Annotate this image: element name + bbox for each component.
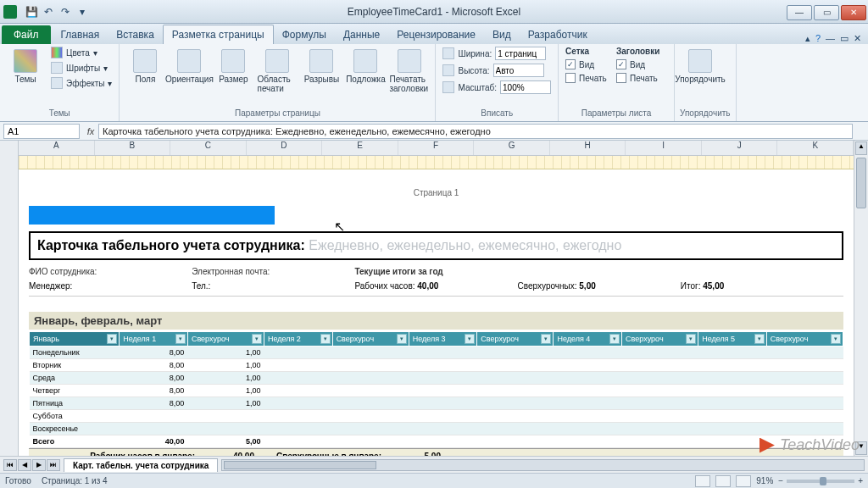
arrange-icon — [688, 49, 712, 73]
themes-button[interactable]: Темы — [5, 46, 46, 84]
tab-view[interactable]: Вид — [484, 25, 520, 44]
size-icon — [221, 49, 245, 73]
qat-more-icon[interactable]: ▾ — [75, 4, 90, 19]
vertical-scrollbar[interactable]: ▲ ▼ — [854, 141, 868, 456]
column-headers[interactable]: ABCDEFGHIJK — [19, 141, 854, 156]
view-normal-icon[interactable] — [695, 475, 710, 487]
arrange-button[interactable]: Упорядочить — [680, 46, 721, 84]
table-row: Воскресенье — [30, 423, 843, 435]
zoom-in-icon[interactable]: + — [858, 476, 863, 485]
margins-button[interactable]: Поля — [125, 46, 165, 84]
group-sheet-options: Сетка ✓Вид Печать Заголовки ✓Вид Печать … — [559, 44, 675, 121]
width-icon — [442, 47, 454, 59]
file-tab[interactable]: Файл — [2, 25, 51, 44]
print-titles-button[interactable]: Печатать заголовки — [389, 46, 430, 93]
tab-formulas[interactable]: Формулы — [274, 25, 335, 44]
headings-print-check[interactable]: Печать — [615, 72, 669, 84]
gridlines-print-check[interactable]: Печать — [564, 72, 611, 84]
table-row: Суббота — [30, 410, 843, 423]
width-input[interactable] — [495, 47, 546, 60]
sheet-tab[interactable]: Карт. табельн. учета сотрудника — [64, 458, 218, 472]
status-bar: Готово Страница: 1 из 4 91% − + — [0, 473, 868, 488]
minimize-ribbon-icon[interactable]: ▴ — [805, 33, 810, 44]
name-box[interactable]: A1 — [3, 124, 80, 139]
tab-nav-last-icon[interactable]: ⏭ — [47, 459, 60, 471]
filter-icon[interactable]: ▾ — [107, 334, 117, 344]
filter-icon[interactable]: ▾ — [686, 334, 696, 344]
filter-icon[interactable]: ▾ — [831, 334, 841, 344]
help-icon[interactable]: ? — [815, 33, 821, 44]
effects-button[interactable]: Эффекты ▾ — [49, 76, 114, 90]
fonts-button[interactable]: Шрифты ▾ — [49, 61, 114, 75]
sheet-tab-bar: ⏮ ◀ ▶ ⏭ Карт. табельн. учета сотрудника — [0, 456, 868, 473]
ribbon-tabs: Файл Главная Вставка Разметка страницы Ф… — [0, 24, 868, 44]
hscroll-thumb[interactable] — [224, 461, 376, 469]
headings-view-check[interactable]: ✓Вид — [615, 58, 669, 70]
print-area-button[interactable]: Область печати — [257, 46, 298, 93]
zoom-value: 91% — [756, 476, 773, 485]
tab-page-layout[interactable]: Разметка страницы — [163, 25, 274, 44]
tab-review[interactable]: Рецензирование — [388, 25, 484, 44]
tab-nav-next-icon[interactable]: ▶ — [32, 459, 46, 471]
maximize-button[interactable]: ▭ — [814, 5, 839, 20]
height-input[interactable] — [493, 64, 544, 77]
zoom-out-icon[interactable]: − — [778, 476, 783, 485]
colors-button[interactable]: Цвета ▾ — [49, 46, 114, 59]
row-headers[interactable] — [0, 141, 19, 456]
filter-icon[interactable]: ▾ — [252, 334, 262, 344]
scroll-up-icon[interactable]: ▲ — [855, 141, 867, 155]
tab-developer[interactable]: Разработчик — [520, 25, 596, 44]
title-cell[interactable]: Карточка табельного учета сотрудника: Еж… — [29, 231, 843, 260]
width-spin[interactable]: Ширина: — [441, 46, 553, 61]
tab-insert[interactable]: Вставка — [108, 25, 163, 44]
tab-nav-prev-icon[interactable]: ◀ — [18, 459, 31, 471]
tab-home[interactable]: Главная — [53, 25, 108, 44]
save-icon[interactable]: 💾 — [24, 4, 39, 19]
orientation-button[interactable]: Ориентация — [169, 46, 209, 84]
doc-restore-icon[interactable]: ▭ — [840, 33, 849, 44]
minimize-button[interactable]: — — [787, 5, 812, 20]
filter-icon[interactable]: ▾ — [465, 334, 475, 344]
table-row: Четверг8,001,00 — [30, 385, 843, 397]
formula-input[interactable]: Карточка табельного учета сотрудника: Еж… — [98, 124, 853, 139]
table-row: Всего40,005,00 — [30, 435, 843, 448]
filter-icon[interactable]: ▾ — [320, 334, 331, 344]
background-button[interactable]: Подложка — [345, 46, 386, 84]
timecard-table[interactable]: Январь▾ Неделя 1▾ Сверхуроч▾ Неделя 2▾ С… — [29, 331, 843, 448]
filter-icon[interactable]: ▾ — [541, 334, 551, 344]
filter-icon[interactable]: ▾ — [754, 334, 765, 344]
fx-icon[interactable]: fx — [83, 126, 98, 136]
close-button[interactable]: ✕ — [841, 5, 866, 20]
gridlines-view-check[interactable]: ✓Вид — [564, 58, 611, 70]
redo-icon[interactable]: ↷ — [58, 4, 73, 19]
scroll-thumb[interactable] — [856, 158, 866, 208]
breaks-icon — [309, 49, 333, 73]
filter-icon[interactable]: ▾ — [397, 334, 407, 344]
grid[interactable]: ABCDEFGHIJK Страница 1 ↖ Карточка табель… — [19, 141, 854, 456]
colors-icon — [51, 47, 63, 58]
filter-icon[interactable]: ▾ — [609, 334, 620, 344]
tab-nav-first-icon[interactable]: ⏮ — [3, 459, 17, 471]
size-button[interactable]: Размер — [213, 46, 253, 84]
page-number-label: Страница 1 — [29, 188, 843, 197]
breaks-button[interactable]: Разрывы — [301, 46, 342, 84]
scale-spin[interactable]: Масштаб: — [441, 80, 553, 95]
table-row: Среда8,001,00 — [30, 372, 843, 385]
scale-input[interactable] — [500, 80, 551, 94]
horizontal-scrollbar[interactable] — [221, 459, 865, 471]
view-pagebreak-icon[interactable] — [736, 475, 751, 487]
quarter-section: Январь, февраль, март — [29, 312, 843, 330]
undo-icon[interactable]: ↶ — [41, 4, 56, 19]
doc-close-icon[interactable]: ✕ — [854, 33, 861, 44]
quick-access-toolbar: 💾 ↶ ↷ ▾ — [24, 4, 90, 19]
view-pagelayout-icon[interactable] — [715, 475, 731, 487]
manager-label: Менеджер: — [29, 281, 192, 291]
height-spin[interactable]: Высота: — [441, 63, 553, 78]
doc-minimize-icon[interactable]: — — [826, 33, 835, 44]
group-arrange: Упорядочить Упорядочить — [675, 44, 737, 121]
window-title: EmployeeTimeCard1 - Microsoft Excel — [348, 6, 520, 18]
year-totals-label: Текущие итоги за год — [354, 267, 517, 276]
filter-icon[interactable]: ▾ — [175, 334, 186, 344]
tab-data[interactable]: Данные — [335, 25, 388, 44]
zoom-slider[interactable]: − + — [778, 476, 863, 485]
